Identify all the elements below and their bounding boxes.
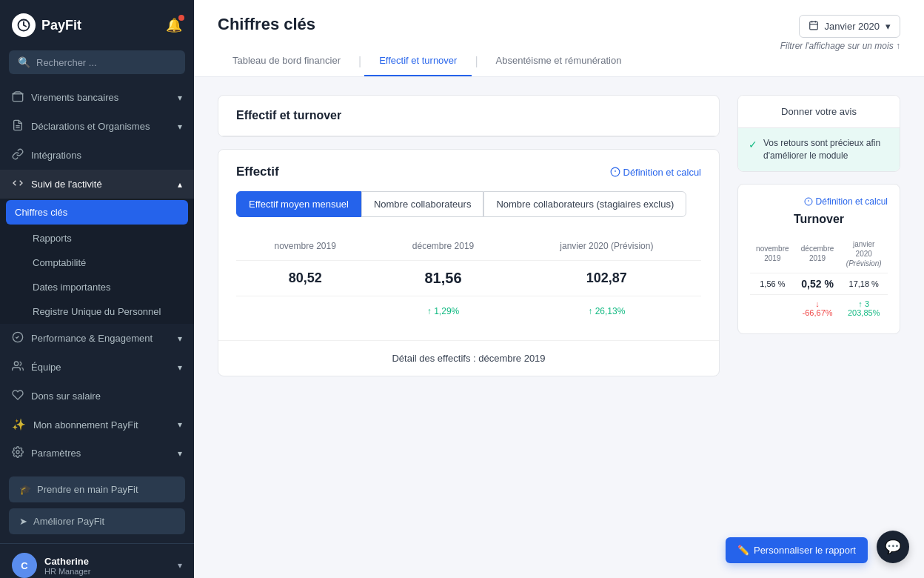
sidebar-item-suivi-label: Suivi de l'activité bbox=[31, 179, 102, 190]
performance-icon bbox=[12, 331, 24, 345]
effectif-header: Effectif Définition et calcul bbox=[236, 165, 701, 179]
search-input[interactable] bbox=[36, 57, 176, 68]
parametres-icon bbox=[12, 446, 24, 460]
chat-button[interactable]: 💬 bbox=[877, 531, 909, 563]
feedback-button[interactable]: Donner votre avis bbox=[738, 96, 900, 128]
effectif-table: novembre 2019 décembre 2019 janvier 2020… bbox=[236, 232, 701, 325]
sidebar-item-virements-label: Virements bancaires bbox=[31, 92, 118, 103]
tv-row-changes: ↓ -66,67% ↑ 3 203,85% bbox=[750, 294, 888, 322]
feedback-message: ✓ Vos retours sont précieux afin d'améli… bbox=[738, 128, 900, 171]
chat-icon: 💬 bbox=[885, 539, 901, 555]
section-title-bar: Effectif et turnover bbox=[218, 96, 719, 136]
sidebar-sub-rapports[interactable]: Rapports bbox=[0, 226, 194, 250]
abonnement-arrow-icon: ▾ bbox=[178, 419, 182, 430]
suivi-sub-nav: Chiffres clés Rapports Comptabilité Date… bbox=[0, 199, 194, 324]
search-icon: 🔍 bbox=[18, 56, 30, 68]
sidebar-item-performance-label: Performance & Engagement bbox=[31, 333, 153, 344]
filter-link[interactable]: Filtrer l'affichage sur un mois ↑ bbox=[780, 41, 900, 51]
sidebar-header: PayFit 🔔 bbox=[0, 0, 194, 50]
sidebar-item-declarations-label: Déclarations et Organismes bbox=[31, 121, 150, 132]
toggle-stagiaires-button[interactable]: Nombre collaborateurs (stagiaires exclus… bbox=[483, 191, 686, 217]
sidebar-item-suivi[interactable]: Suivi de l'activité ▴ bbox=[0, 170, 194, 199]
header-left: Chiffres clés Tableau de bord financier … bbox=[218, 15, 636, 76]
personalize-button[interactable]: ✏️ Personnaliser le rapport bbox=[726, 537, 868, 563]
sidebar-item-equipe[interactable]: Équipe ▾ bbox=[0, 353, 194, 382]
sidebar-item-performance[interactable]: Performance & Engagement ▾ bbox=[0, 324, 194, 353]
tab-financier[interactable]: Tableau de bord financier bbox=[218, 46, 355, 76]
sidebar-sub-comptabilite[interactable]: Comptabilité bbox=[0, 250, 194, 275]
tab-absenteisme[interactable]: Absentéisme et rémunération bbox=[481, 46, 637, 76]
prendre-main-icon: 🎓 bbox=[19, 484, 31, 495]
tv-col-jan: janvier2020(Prévision) bbox=[840, 235, 888, 273]
ameliorer-icon: ➤ bbox=[19, 516, 27, 527]
sidebar-sub-dates[interactable]: Dates importantes bbox=[0, 275, 194, 299]
sidebar-item-abonnement-label: Mon abonnement PayFit bbox=[33, 419, 138, 431]
section-title-card: Effectif et turnover bbox=[218, 95, 720, 137]
detail-bar: Détail des effectifs : décembre 2019 bbox=[218, 340, 719, 376]
tv-change-dec: ↓ -66,67% bbox=[795, 294, 840, 322]
sidebar-item-parametres[interactable]: Paramètres ▾ bbox=[0, 439, 194, 468]
svg-point-5 bbox=[14, 362, 18, 365]
tv-col-dec: décembre2019 bbox=[795, 235, 840, 273]
svg-rect-7 bbox=[809, 21, 817, 29]
notification-button[interactable]: 🔔 bbox=[166, 17, 182, 33]
tv-col-nov: novembre2019 bbox=[750, 235, 795, 273]
calendar-icon bbox=[808, 20, 819, 33]
side-panel: Donner votre avis ✓ Vos retours sont pré… bbox=[737, 95, 900, 560]
tabs-row: Tableau de bord financier | Effectif et … bbox=[218, 46, 636, 76]
sidebar-item-equipe-label: Équipe bbox=[31, 362, 61, 373]
user-name: Catherine bbox=[44, 556, 170, 567]
ameliorer-button[interactable]: ➤ Améliorer PayFit bbox=[9, 508, 185, 534]
search-bar: 🔍 bbox=[9, 50, 185, 74]
header-right: Janvier 2020 ▾ Filtrer l'affichage sur u… bbox=[780, 15, 900, 60]
tv-val-dec: 0,52 % bbox=[795, 273, 840, 294]
effectif-definition-link[interactable]: Définition et calcul bbox=[610, 167, 702, 178]
sidebar-item-dons-label: Dons sur salaire bbox=[31, 391, 101, 402]
performance-arrow-icon: ▾ bbox=[178, 333, 182, 344]
sidebar-item-declarations[interactable]: Déclarations et Organismes ▾ bbox=[0, 112, 194, 141]
equipe-icon bbox=[12, 360, 24, 374]
sidebar-item-integrations-label: Intégrations bbox=[31, 150, 81, 161]
col-nov-2019: novembre 2019 bbox=[236, 232, 374, 261]
date-selector-value: Janvier 2020 bbox=[825, 21, 880, 32]
sidebar-item-abonnement[interactable]: ✨ Mon abonnement PayFit ▾ bbox=[0, 411, 194, 439]
sidebar-sub-registre[interactable]: Registre Unique du Personnel bbox=[0, 299, 194, 324]
value-nov: 80,52 bbox=[236, 261, 374, 296]
sidebar-item-parametres-label: Paramètres bbox=[31, 448, 81, 459]
toggle-nombre-button[interactable]: Nombre collaborateurs bbox=[361, 191, 484, 217]
tv-val-jan: 17,18 % bbox=[840, 273, 888, 294]
toggle-moyen-button[interactable]: Effectif moyen mensuel bbox=[236, 191, 361, 217]
user-section[interactable]: C Catherine HR Manager ▾ bbox=[0, 543, 194, 578]
svg-rect-1 bbox=[13, 94, 22, 102]
date-dropdown-icon: ▾ bbox=[886, 21, 891, 32]
main-content: Chiffres clés Tableau de bord financier … bbox=[194, 0, 924, 578]
notification-badge bbox=[178, 15, 184, 21]
content-area: Effectif et turnover Effectif Définition… bbox=[194, 77, 924, 578]
declarations-icon bbox=[12, 119, 24, 133]
sidebar-sub-chiffres[interactable]: Chiffres clés bbox=[6, 200, 188, 225]
parametres-arrow-icon: ▾ bbox=[178, 448, 182, 459]
tab-effectif[interactable]: Effectif et turnover bbox=[364, 46, 472, 76]
svg-point-6 bbox=[16, 451, 19, 454]
turnover-definition-link[interactable]: Définition et calcul bbox=[750, 196, 888, 207]
edit-icon: ✏️ bbox=[737, 545, 749, 556]
tab-divider-1: | bbox=[355, 55, 364, 68]
logo-area: PayFit bbox=[12, 13, 81, 37]
sidebar-item-dons[interactable]: Dons sur salaire bbox=[0, 382, 194, 411]
check-icon: ✓ bbox=[749, 138, 757, 153]
effectif-title: Effectif bbox=[236, 165, 279, 179]
tv-row-values: 1,56 % 0,52 % 17,18 % bbox=[750, 273, 888, 294]
virements-icon bbox=[12, 90, 24, 104]
date-selector[interactable]: Janvier 2020 ▾ bbox=[799, 15, 900, 38]
sidebar-item-virements[interactable]: Virements bancaires ▾ bbox=[0, 83, 194, 112]
table-row-changes: ↑ 1,29% ↑ 26,13% bbox=[236, 296, 701, 326]
change-jan: ↑ 26,13% bbox=[512, 296, 701, 326]
suivi-icon bbox=[12, 177, 24, 191]
prendre-main-button[interactable]: 🎓 Prendre en main PayFit bbox=[9, 476, 185, 502]
tv-change-nov bbox=[750, 294, 795, 322]
tv-val-nov: 1,56 % bbox=[750, 273, 795, 294]
feedback-card: Donner votre avis ✓ Vos retours sont pré… bbox=[737, 95, 900, 172]
effectif-section: Effectif Définition et calcul Effectif m… bbox=[218, 150, 719, 340]
turnover-table: novembre2019 décembre2019 janvier2020(Pr… bbox=[750, 235, 888, 322]
sidebar-item-integrations[interactable]: Intégrations bbox=[0, 141, 194, 170]
